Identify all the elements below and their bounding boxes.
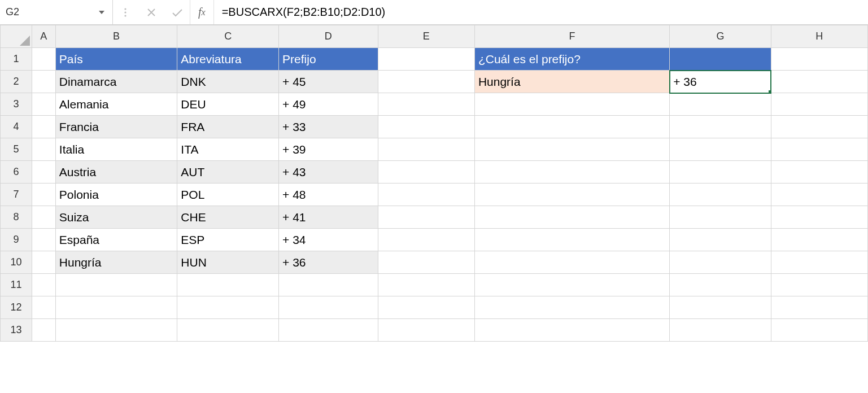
cell[interactable] bbox=[32, 274, 55, 296]
chevron-down-icon[interactable] bbox=[99, 11, 104, 14]
row-header[interactable]: 4 bbox=[1, 116, 32, 138]
cell[interactable] bbox=[32, 251, 55, 274]
cell[interactable] bbox=[474, 206, 669, 229]
cell[interactable] bbox=[378, 319, 474, 342]
cell[interactable] bbox=[279, 319, 378, 342]
cell[interactable] bbox=[670, 251, 771, 274]
cell[interactable] bbox=[378, 48, 474, 71]
cell[interactable] bbox=[474, 229, 669, 251]
cell[interactable]: HUN bbox=[177, 251, 279, 274]
cell[interactable]: POL bbox=[177, 184, 279, 206]
cell[interactable] bbox=[378, 274, 474, 296]
cell[interactable] bbox=[670, 184, 771, 206]
cell[interactable]: Alemania bbox=[55, 93, 177, 116]
cell[interactable] bbox=[670, 116, 771, 138]
enter-icon[interactable] bbox=[171, 6, 184, 19]
cell[interactable] bbox=[32, 116, 55, 138]
col-header[interactable]: C bbox=[177, 25, 279, 48]
cell[interactable] bbox=[32, 48, 55, 71]
cell[interactable] bbox=[32, 229, 55, 251]
cell[interactable]: + 39 bbox=[279, 138, 378, 161]
cell[interactable] bbox=[32, 161, 55, 184]
formula-input[interactable]: =BUSCARX(F2;B2:B10;D2:D10) bbox=[214, 0, 868, 24]
cell[interactable]: + 33 bbox=[279, 116, 378, 138]
cell[interactable]: DEU bbox=[177, 93, 279, 116]
cell[interactable] bbox=[771, 71, 867, 93]
cell[interactable] bbox=[771, 296, 867, 319]
cell[interactable]: Francia bbox=[55, 116, 177, 138]
cell[interactable]: FRA bbox=[177, 116, 279, 138]
cell-selected[interactable]: + 36 bbox=[670, 71, 771, 93]
col-header[interactable]: E bbox=[378, 25, 474, 48]
cell[interactable] bbox=[474, 93, 669, 116]
cell[interactable]: CHE bbox=[177, 206, 279, 229]
cell[interactable] bbox=[474, 161, 669, 184]
cell[interactable]: + 34 bbox=[279, 229, 378, 251]
cell[interactable] bbox=[771, 319, 867, 342]
row-header[interactable]: 10 bbox=[1, 251, 32, 274]
cell[interactable]: + 43 bbox=[279, 161, 378, 184]
row-header[interactable]: 11 bbox=[1, 274, 32, 296]
cell[interactable] bbox=[771, 138, 867, 161]
cell[interactable] bbox=[177, 319, 279, 342]
cell[interactable]: Italia bbox=[55, 138, 177, 161]
cell[interactable]: Hungría bbox=[55, 251, 177, 274]
cell[interactable] bbox=[378, 116, 474, 138]
cell[interactable] bbox=[474, 274, 669, 296]
cell[interactable] bbox=[32, 93, 55, 116]
cell[interactable] bbox=[474, 319, 669, 342]
row-header[interactable]: 13 bbox=[1, 319, 32, 342]
cell[interactable] bbox=[32, 206, 55, 229]
cell[interactable] bbox=[32, 138, 55, 161]
cell[interactable] bbox=[670, 206, 771, 229]
cell[interactable] bbox=[279, 296, 378, 319]
cell[interactable]: AUT bbox=[177, 161, 279, 184]
cell[interactable]: ESP bbox=[177, 229, 279, 251]
cell[interactable]: + 48 bbox=[279, 184, 378, 206]
cell[interactable] bbox=[378, 161, 474, 184]
cell[interactable] bbox=[32, 71, 55, 93]
row-header[interactable]: 3 bbox=[1, 93, 32, 116]
cell[interactable] bbox=[771, 161, 867, 184]
cell[interactable] bbox=[177, 296, 279, 319]
cell[interactable] bbox=[32, 319, 55, 342]
row-header[interactable]: 8 bbox=[1, 206, 32, 229]
col-header[interactable]: A bbox=[32, 25, 55, 48]
cell[interactable] bbox=[55, 296, 177, 319]
row-header[interactable]: 9 bbox=[1, 229, 32, 251]
cell[interactable] bbox=[55, 319, 177, 342]
cell[interactable]: Polonia bbox=[55, 184, 177, 206]
cell[interactable] bbox=[378, 93, 474, 116]
cell[interactable] bbox=[771, 48, 867, 71]
col-header[interactable]: F bbox=[474, 25, 669, 48]
cell[interactable]: Austria bbox=[55, 161, 177, 184]
col-header[interactable]: G bbox=[670, 25, 771, 48]
cell[interactable]: Hungría bbox=[474, 71, 669, 93]
select-all-corner[interactable] bbox=[1, 25, 32, 48]
cell[interactable] bbox=[378, 184, 474, 206]
row-header[interactable]: 5 bbox=[1, 138, 32, 161]
cell[interactable] bbox=[771, 93, 867, 116]
cell[interactable] bbox=[670, 48, 771, 71]
fx-icon[interactable]: fx bbox=[190, 0, 214, 24]
cell[interactable]: + 45 bbox=[279, 71, 378, 93]
cell[interactable]: País bbox=[55, 48, 177, 71]
cell[interactable] bbox=[771, 274, 867, 296]
cell[interactable] bbox=[55, 274, 177, 296]
cell[interactable]: + 41 bbox=[279, 206, 378, 229]
col-header[interactable]: D bbox=[279, 25, 378, 48]
cell[interactable]: DNK bbox=[177, 71, 279, 93]
cell[interactable] bbox=[670, 274, 771, 296]
cell[interactable] bbox=[474, 184, 669, 206]
cell[interactable]: ¿Cuál es el prefijo? bbox=[474, 48, 669, 71]
name-box[interactable]: G2 bbox=[0, 0, 113, 24]
row-header[interactable]: 2 bbox=[1, 71, 32, 93]
cell[interactable] bbox=[279, 274, 378, 296]
cell[interactable] bbox=[474, 296, 669, 319]
cell[interactable] bbox=[32, 296, 55, 319]
cell[interactable] bbox=[771, 116, 867, 138]
col-header[interactable]: H bbox=[771, 25, 867, 48]
row-header[interactable]: 6 bbox=[1, 161, 32, 184]
cell[interactable] bbox=[378, 251, 474, 274]
cell[interactable]: Dinamarca bbox=[55, 71, 177, 93]
